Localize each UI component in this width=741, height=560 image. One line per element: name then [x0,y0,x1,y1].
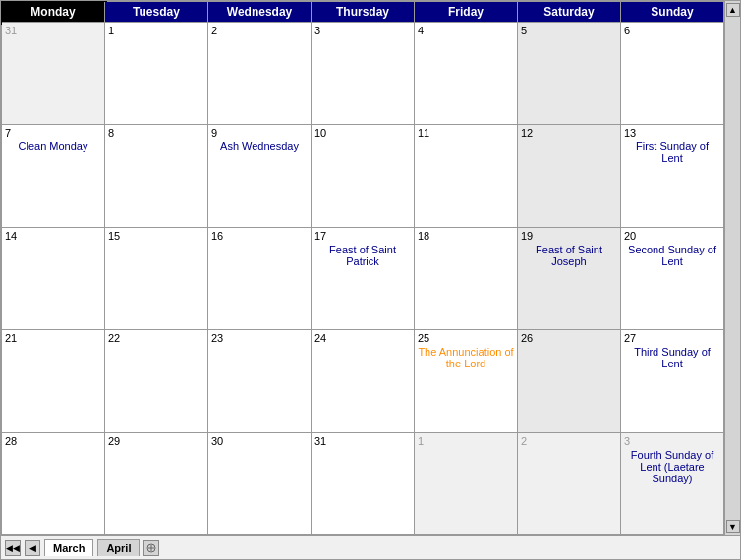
event-label[interactable]: Clean Monday [5,140,101,152]
day-number: 29 [108,435,204,447]
day-number: 18 [418,230,514,242]
day-header-wednesday: Wednesday [208,2,312,23]
tab-march[interactable]: March [44,539,93,556]
day-number: 31 [314,435,411,447]
bottom-bar: ◀◀ ◀ March April [1,535,740,559]
day-number: 23 [211,332,308,344]
day-number: 14 [5,230,101,242]
day-number: 19 [521,230,617,242]
day-cell-1-4[interactable]: 3 [312,23,415,125]
event-label[interactable]: Feast of Saint Patrick [314,244,411,267]
day-cell-4-3[interactable]: 23 [208,330,312,432]
day-header-sunday: Sunday [621,2,724,23]
day-header-tuesday: Tuesday [105,2,208,23]
day-cell-4-6[interactable]: 26 [518,330,621,432]
main-area: MondayTuesdayWednesdayThursdayFridaySatu… [1,1,740,535]
day-number: 3 [624,435,720,447]
event-label[interactable]: Third Sunday of Lent [624,346,720,369]
day-number: 2 [211,25,308,36]
day-number: 1 [418,435,514,447]
day-header-thursday: Thursday [312,2,415,23]
day-number: 6 [624,25,720,36]
calendar-container: MondayTuesdayWednesdayThursdayFridaySatu… [0,0,741,560]
day-header-saturday: Saturday [518,2,621,23]
day-cell-2-3[interactable]: 9Ash Wednesday [208,125,312,227]
day-cell-1-5[interactable]: 4 [415,23,518,125]
day-number: 27 [624,332,720,344]
calendar-grid: MondayTuesdayWednesdayThursdayFridaySatu… [1,1,724,535]
day-number: 10 [314,127,411,139]
day-number: 30 [211,435,308,447]
day-cell-1-1[interactable]: 31 [2,23,105,125]
day-cell-1-3[interactable]: 2 [208,23,312,125]
day-number: 1 [108,25,204,36]
day-number: 7 [5,127,101,139]
day-number: 22 [108,332,204,344]
day-number: 25 [418,332,514,344]
day-cell-2-6[interactable]: 12 [518,125,621,227]
day-number: 3 [314,25,411,36]
day-cell-3-1[interactable]: 14 [2,228,105,330]
day-cell-3-6[interactable]: 19Feast of Saint Joseph [518,228,621,330]
day-number: 12 [521,127,617,139]
scroll-up-button[interactable]: ▲ [726,3,740,17]
day-cell-2-1[interactable]: 7Clean Monday [2,125,105,227]
day-number: 26 [521,332,617,344]
day-cell-5-3[interactable]: 30 [208,433,312,535]
day-cell-2-5[interactable]: 11 [415,125,518,227]
scroll-down-button[interactable]: ▼ [726,520,740,533]
event-label[interactable]: Feast of Saint Joseph [521,244,617,267]
day-cell-5-6[interactable]: 2 [518,433,621,535]
prev-button[interactable]: ◀ [25,540,40,556]
day-cell-2-7[interactable]: 13First Sunday of Lent [621,125,724,227]
event-label[interactable]: Fourth Sunday of Lent (Laetare Sunday) [624,449,720,484]
day-cell-3-4[interactable]: 17Feast of Saint Patrick [312,228,415,330]
day-cell-4-1[interactable]: 21 [2,330,105,432]
day-cell-1-6[interactable]: 5 [518,23,621,125]
day-number: 20 [624,230,720,242]
day-cell-3-7[interactable]: 20Second Sunday of Lent [621,228,724,330]
day-number: 9 [211,127,308,139]
day-cell-5-7[interactable]: 3Fourth Sunday of Lent (Laetare Sunday) [621,433,724,535]
day-header-friday: Friday [415,2,518,23]
prev-prev-button[interactable]: ◀◀ [5,540,21,556]
day-cell-4-4[interactable]: 24 [312,330,415,432]
day-cell-4-5[interactable]: 25The Annunciation of the Lord [415,330,518,432]
day-number: 13 [624,127,720,139]
day-cell-5-2[interactable]: 29 [105,433,208,535]
day-cell-2-2[interactable]: 8 [105,125,208,227]
day-number: 2 [521,435,617,447]
tab-add-icon[interactable] [143,540,159,556]
day-number: 5 [521,25,617,36]
day-number: 21 [5,332,101,344]
day-cell-1-2[interactable]: 1 [105,23,208,125]
event-label[interactable]: Second Sunday of Lent [624,244,720,267]
day-number: 15 [108,230,204,242]
day-cell-5-4[interactable]: 31 [312,433,415,535]
day-cell-1-7[interactable]: 6 [621,23,724,125]
day-cell-4-2[interactable]: 22 [105,330,208,432]
tab-april[interactable]: April [97,539,140,556]
day-number: 4 [418,25,514,36]
event-label[interactable]: Ash Wednesday [211,140,308,152]
day-cell-5-5[interactable]: 1 [415,433,518,535]
day-cell-3-3[interactable]: 16 [208,228,312,330]
day-number: 28 [5,435,101,447]
day-number: 11 [418,127,514,139]
day-cell-2-4[interactable]: 10 [312,125,415,227]
day-cell-3-2[interactable]: 15 [105,228,208,330]
event-label[interactable]: First Sunday of Lent [624,140,720,164]
day-number: 16 [211,230,308,242]
event-label[interactable]: The Annunciation of the Lord [418,346,514,369]
day-number: 8 [108,127,204,139]
day-cell-4-7[interactable]: 27Third Sunday of Lent [621,330,724,432]
day-header-monday: Monday [2,2,105,23]
day-number: 17 [314,230,411,242]
scrollbar-vertical[interactable]: ▲ ▼ [724,1,740,535]
day-number: 31 [5,25,101,36]
day-number: 24 [314,332,411,344]
day-cell-5-1[interactable]: 28 [2,433,105,535]
day-cell-3-5[interactable]: 18 [415,228,518,330]
